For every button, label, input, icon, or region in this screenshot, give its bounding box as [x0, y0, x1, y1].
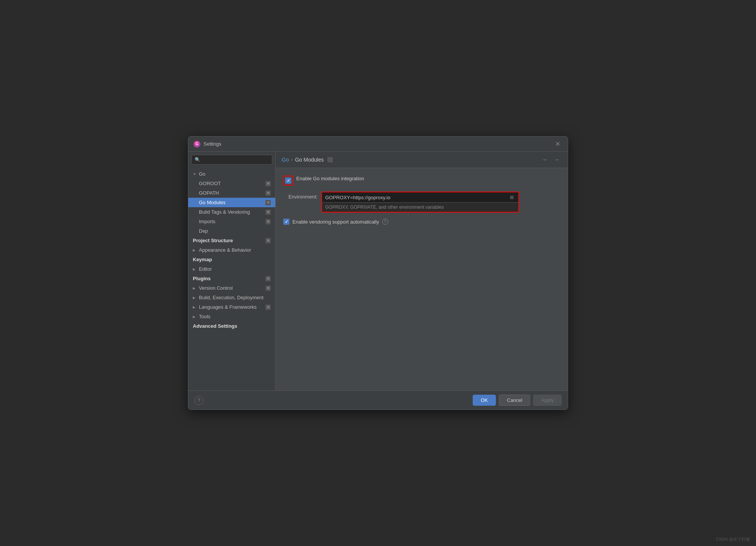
sidebar-item-build-tags[interactable]: Build Tags & Vendoring ⊞ [188, 207, 275, 217]
settings-dialog: G Settings ✕ 🔍 ▼ Go GOROOT ⊞ [188, 136, 568, 410]
watermark: CSDN @在下柠檬 [716, 536, 750, 542]
environment-edit-button[interactable]: ⊞ [508, 194, 515, 201]
nav-tree: ▼ Go GOROOT ⊞ GOPATH ⊞ Go Modules ⊞ [188, 168, 275, 332]
chevron-down-icon: ▼ [193, 172, 198, 176]
plugins-badge: ⊞ [265, 276, 271, 281]
close-button[interactable]: ✕ [553, 140, 562, 148]
title-bar: G Settings ✕ [188, 136, 568, 152]
panel-header-badge [327, 157, 333, 162]
search-input[interactable] [202, 157, 269, 162]
enable-modules-outline [283, 176, 293, 186]
sidebar-item-goroot[interactable]: GOROOT ⊞ [188, 179, 275, 188]
sidebar-item-gopath[interactable]: GOPATH ⊞ [188, 188, 275, 198]
vendoring-row: Enable vendoring support automatically ? [283, 219, 560, 225]
environment-row: Environment: ⊞ GOPROXY, GOPRIVATE, and o… [283, 192, 560, 213]
nav-forward-button[interactable]: → [552, 156, 562, 164]
sidebar-item-editor[interactable]: ▶ Editor [188, 264, 275, 274]
apply-button[interactable]: Apply [533, 395, 562, 406]
sidebar-item-imports[interactable]: Imports ⊞ [188, 217, 275, 226]
enable-vendoring-label: Enable vendoring support automatically [292, 219, 379, 225]
sidebar-item-go[interactable]: ▼ Go [188, 169, 275, 179]
sidebar-item-advanced-settings[interactable]: Advanced Settings [188, 321, 275, 331]
sidebar-item-build-exec[interactable]: ▶ Build, Execution, Deployment [188, 293, 275, 302]
chevron-right-icon: ▶ [193, 248, 198, 252]
enable-modules-row: Enable Go modules integration [283, 176, 560, 186]
goroot-badge: ⊞ [265, 181, 271, 186]
search-icon: 🔍 [195, 157, 200, 162]
panel-content: Enable Go modules integration Environmen… [276, 168, 568, 390]
content-area: 🔍 ▼ Go GOROOT ⊞ GOPATH ⊞ [188, 152, 568, 390]
nav-back-button[interactable]: ← [540, 156, 550, 164]
sidebar-item-tools[interactable]: ▶ Tools [188, 312, 275, 321]
sidebar-item-version-control[interactable]: ▶ Version Control ⊞ [188, 283, 275, 293]
go-modules-badge: ⊞ [265, 200, 271, 205]
sidebar-item-languages[interactable]: ▶ Languages & Frameworks ⊞ [188, 302, 275, 312]
main-panel: Go › Go Modules ← → Enable Go modules in… [276, 152, 568, 390]
breadcrumb-root[interactable]: Go [282, 157, 289, 163]
enable-vendoring-checkbox[interactable] [283, 219, 289, 225]
sidebar: 🔍 ▼ Go GOROOT ⊞ GOPATH ⊞ [188, 152, 276, 390]
breadcrumb-separator: › [291, 157, 293, 162]
environment-input[interactable] [325, 195, 508, 200]
nav-arrows: ← → [540, 156, 562, 164]
sidebar-item-keymap[interactable]: Keymap [188, 255, 275, 264]
environment-field-wrapper: ⊞ GOPROXY, GOPRIVATE, and other environm… [321, 192, 519, 213]
vendoring-help-icon[interactable]: ? [382, 219, 388, 225]
languages-badge: ⊞ [265, 305, 271, 310]
sidebar-item-project-structure[interactable]: Project Structure ⊞ [188, 236, 275, 245]
environment-label: Environment: [283, 192, 318, 200]
vc-badge: ⊞ [265, 286, 271, 291]
gopath-badge: ⊞ [265, 190, 271, 196]
cancel-button[interactable]: Cancel [499, 395, 530, 406]
chevron-right-icon5: ▶ [193, 305, 198, 309]
imports-badge: ⊞ [265, 219, 271, 224]
ok-button[interactable]: OK [473, 395, 496, 406]
breadcrumb-current: Go Modules [295, 157, 324, 163]
window-title: Settings [203, 141, 553, 147]
chevron-right-icon2: ▶ [193, 267, 198, 271]
chevron-right-icon3: ▶ [193, 286, 198, 290]
project-structure-badge: ⊞ [265, 238, 271, 243]
environment-hint: GOPROXY, GOPRIVATE, and other environmen… [322, 203, 518, 212]
build-tags-badge: ⊞ [265, 210, 271, 215]
sidebar-item-go-modules[interactable]: Go Modules ⊞ [188, 198, 275, 207]
chevron-right-icon6: ▶ [193, 315, 198, 319]
sidebar-item-appearance[interactable]: ▶ Appearance & Behavior [188, 245, 275, 255]
sidebar-item-dep[interactable]: Dep [188, 226, 275, 236]
app-icon: G [194, 141, 200, 148]
search-box[interactable]: 🔍 [191, 155, 272, 165]
panel-header: Go › Go Modules ← → [276, 152, 568, 168]
enable-modules-checkbox[interactable] [285, 178, 291, 184]
env-input-row: ⊞ [322, 192, 518, 203]
chevron-right-icon4: ▶ [193, 296, 198, 300]
dialog-footer: ? OK Cancel Apply [188, 390, 568, 410]
sidebar-item-plugins[interactable]: Plugins ⊞ [188, 274, 275, 283]
footer-help-button[interactable]: ? [194, 396, 203, 405]
enable-modules-label: Enable Go modules integration [296, 176, 364, 181]
